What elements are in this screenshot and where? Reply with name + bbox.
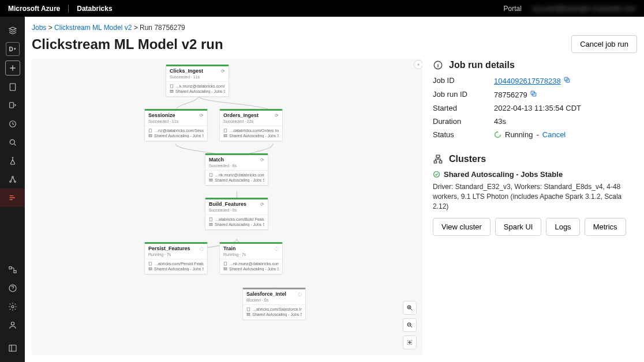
breadcrumb-jobs[interactable]: Jobs <box>32 24 46 32</box>
node-title: Salesforce_Intel <box>246 292 286 297</box>
svg-rect-16 <box>170 92 171 92</box>
svg-rect-31 <box>209 180 211 181</box>
user-email[interactable]: my.user@example-corporate.com <box>532 5 636 13</box>
status-cancel-link[interactable]: Cancel <box>542 130 566 139</box>
svg-rect-34 <box>209 223 211 224</box>
task-graph-panel: › Clicks_Ingest⟳ Succeeded <box>32 59 422 355</box>
value-started: 2022-04-13 11:35:54 CDT <box>494 104 637 112</box>
node-spinner-icon[interactable]: ◌ <box>298 292 302 297</box>
spark-ui-button[interactable]: Spark UI <box>495 218 542 236</box>
sidebar-item-experiments[interactable] <box>0 152 25 170</box>
sidebar-item-settings[interactable] <box>0 297 25 316</box>
view-cluster-button[interactable]: View cluster <box>433 218 491 236</box>
task-node-match[interactable]: Match⟳ Succeeded · 8s …nk.munz@databrick… <box>205 153 268 186</box>
cluster-ok-icon <box>433 171 440 178</box>
node-status: Succeeded · 9s <box>209 208 264 212</box>
node-title: Sessionize <box>148 113 175 119</box>
node-spinner-icon[interactable]: ◌ <box>275 246 279 251</box>
task-node-salesforce-intel[interactable]: Salesforce_Intel◌ Blocked · 0s …abricks.… <box>242 288 306 320</box>
task-node-persist-features[interactable]: Persist_Features◌ Running · 7s …abricks.… <box>144 242 208 274</box>
cancel-job-run-button[interactable]: Cancel job run <box>571 35 637 53</box>
svg-rect-50 <box>249 313 250 314</box>
svg-rect-41 <box>149 269 150 270</box>
sidebar-item-search[interactable] <box>0 133 25 152</box>
label-started: Started <box>433 104 494 112</box>
task-node-train[interactable]: Train◌ Running · 7s …nk.munz@databricks.… <box>219 242 283 274</box>
svg-rect-35 <box>211 223 212 224</box>
svg-rect-36 <box>209 225 211 225</box>
svg-rect-23 <box>224 129 227 132</box>
node-status: Blocked · 0s <box>246 298 302 302</box>
value-run-id: 78756279 <box>494 90 527 99</box>
zoom-out-button[interactable] <box>403 318 417 332</box>
svg-rect-40 <box>151 267 152 268</box>
svg-rect-12 <box>9 345 16 352</box>
task-node-orders-ingest[interactable]: Orders_Ingest⟳ Succeeded · 22s …databric… <box>219 109 283 141</box>
svg-rect-44 <box>224 267 225 268</box>
left-sidebar: D▾ <box>0 17 25 362</box>
node-title: Build_Features <box>209 202 246 208</box>
sidebar-logo[interactable] <box>0 21 25 40</box>
svg-rect-45 <box>226 267 227 268</box>
sidebar-item-recents[interactable] <box>0 115 25 133</box>
zoom-in-button[interactable] <box>403 301 417 315</box>
svg-rect-19 <box>149 134 150 135</box>
svg-rect-49 <box>247 313 248 314</box>
node-status: Running · 7s <box>223 252 279 257</box>
svg-rect-30 <box>211 179 212 179</box>
task-node-clicks-ingest[interactable]: Clicks_Ingest⟳ Succeeded · 11s …k.munz@d… <box>166 65 229 97</box>
svg-rect-20 <box>151 134 152 135</box>
svg-rect-42 <box>151 269 152 270</box>
cluster-name: Shared Autoscaling - Jobs Stable <box>444 170 563 179</box>
node-refresh-icon[interactable]: ⟳ <box>221 69 225 74</box>
collapse-graph-button[interactable]: › <box>414 60 422 69</box>
node-refresh-icon[interactable]: ⟳ <box>260 202 264 207</box>
svg-rect-7 <box>9 267 12 269</box>
svg-rect-38 <box>149 262 152 265</box>
zoom-fit-button[interactable] <box>403 335 417 349</box>
node-refresh-icon[interactable]: ⟳ <box>260 157 264 163</box>
sidebar-item-collapse[interactable] <box>0 339 25 357</box>
sidebar-item-data[interactable] <box>0 96 25 115</box>
node-refresh-icon[interactable]: ⟳ <box>275 113 279 118</box>
details-heading: Job run details <box>449 60 515 70</box>
breadcrumb-job[interactable]: Clickstream ML Model v2 <box>54 24 132 32</box>
node-refresh-icon[interactable]: ⟳ <box>200 113 204 118</box>
task-node-sessionize[interactable]: Sessionize⟳ Succeeded · 11s …nz@databric… <box>144 109 208 141</box>
node-status: Running · 7s <box>148 252 204 257</box>
svg-rect-52 <box>249 315 250 315</box>
svg-rect-0 <box>10 84 15 90</box>
svg-rect-28 <box>209 174 212 176</box>
copy-job-id-icon[interactable] <box>563 76 571 84</box>
portal-link[interactable]: Portal <box>504 5 522 13</box>
svg-point-11 <box>11 322 14 325</box>
task-node-build-features[interactable]: Build_Features⟳ Succeeded · 9s …atabrick… <box>205 198 268 230</box>
copy-run-id-icon[interactable] <box>530 90 537 97</box>
value-job-id[interactable]: 1044092617578238 <box>494 77 561 85</box>
sidebar-item-workflows[interactable] <box>0 188 25 207</box>
svg-rect-62 <box>439 161 442 163</box>
running-spinner-icon <box>494 131 501 138</box>
svg-rect-61 <box>434 161 437 163</box>
metrics-button[interactable]: Metrics <box>585 218 626 236</box>
sidebar-item-user[interactable] <box>0 316 25 334</box>
logs-button[interactable]: Logs <box>546 218 579 236</box>
svg-rect-25 <box>226 134 227 135</box>
brand-azure: Microsoft Azure <box>8 5 60 13</box>
svg-rect-22 <box>151 136 152 137</box>
sidebar-item-partner[interactable] <box>0 261 25 279</box>
page-title: Clickstream ML Model v2 run <box>32 36 223 52</box>
breadcrumb-sep: > <box>134 24 138 32</box>
sidebar-item-d[interactable]: D▾ <box>6 42 20 56</box>
sidebar-new-button[interactable] <box>5 61 20 76</box>
node-status: Succeeded · 22s <box>223 119 279 123</box>
sidebar-item-help[interactable] <box>0 279 25 297</box>
sidebar-item-models[interactable] <box>0 170 25 188</box>
sidebar-item-repos[interactable] <box>0 78 25 96</box>
svg-rect-27 <box>226 136 227 137</box>
node-spinner-icon[interactable]: ◌ <box>200 246 204 251</box>
node-status: Succeeded · 11s <box>148 119 204 123</box>
node-title: Clicks_Ingest <box>170 69 203 74</box>
label-run-id: Job run ID <box>433 90 494 99</box>
cluster-description: Driver: Standard_E32_v3, Workers: Standa… <box>433 182 637 211</box>
